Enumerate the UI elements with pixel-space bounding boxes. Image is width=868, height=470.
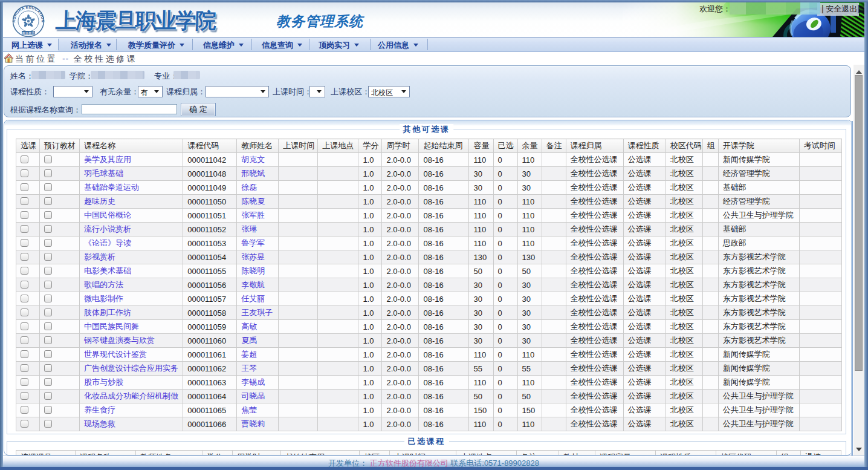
svg-text:震旦教育: 震旦教育 bbox=[22, 31, 36, 36]
